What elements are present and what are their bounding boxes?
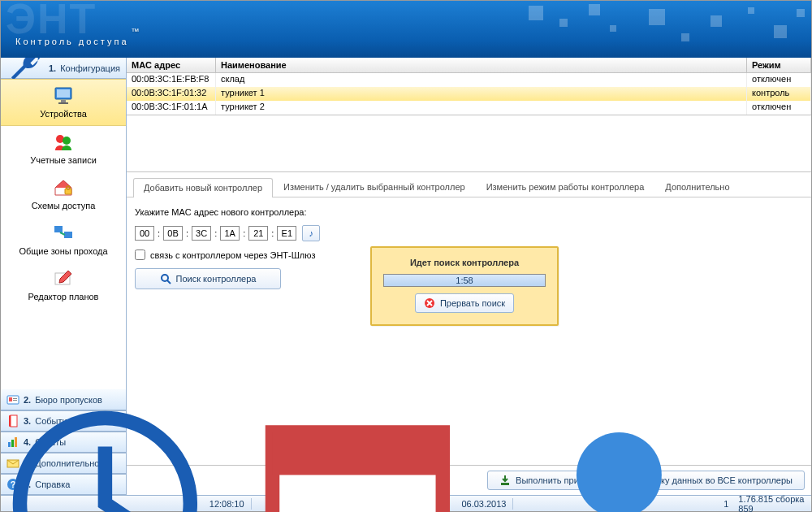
search-progress-dialog: Идет поиск контроллера 1:58 Прервать пои… bbox=[370, 246, 559, 326]
search-controller-button[interactable]: Поиск контроллера bbox=[135, 268, 281, 289]
svg-rect-8 bbox=[54, 226, 63, 232]
tab-add-controller[interactable]: Добавить новый контроллер bbox=[133, 178, 273, 197]
sidebar-item-label: Редактор планов bbox=[28, 292, 99, 302]
svg-point-5 bbox=[63, 137, 71, 145]
sidebar-item-zones[interactable]: Общие зоны прохода bbox=[1, 217, 126, 263]
svg-rect-26 bbox=[501, 483, 509, 485]
cancel-search-button[interactable]: Прервать поиск bbox=[415, 293, 514, 313]
sidebar-item-plans[interactable]: Редактор планов bbox=[1, 263, 126, 308]
status-users: 1 bbox=[723, 499, 728, 509]
dialog-title: Идет поиск контроллера bbox=[410, 258, 519, 267]
sidebar-item-schemes[interactable]: Схемы доступа bbox=[1, 171, 126, 217]
column-header-mode[interactable]: Режим bbox=[747, 58, 811, 73]
sidebar-section-label: Конфигурация bbox=[60, 63, 120, 73]
statusbar: 12:08:10 06.03.2013 1 1.76.815 сборка 85… bbox=[1, 495, 811, 511]
download-icon bbox=[499, 475, 511, 486]
sidebar-item-label: Устройства bbox=[40, 109, 87, 119]
mac-octet-4[interactable] bbox=[220, 226, 240, 241]
tab-change-mode[interactable]: Изменить режим работы контроллера bbox=[476, 177, 655, 197]
app-header: ЭНТ Контроль доступа™ bbox=[1, 1, 811, 58]
svg-line-24 bbox=[167, 280, 171, 284]
controllers-table: MAC адрес Наименование Режим 00:0B:3C:1E… bbox=[127, 58, 811, 115]
svg-rect-14 bbox=[13, 400, 17, 401]
mac-octet-1[interactable] bbox=[135, 226, 154, 241]
sidebar-section-config[interactable]: 1. Конфигурация bbox=[1, 58, 126, 79]
zones-icon bbox=[52, 223, 75, 243]
table-row[interactable]: 00:0B:3C:1F:01:32 турникет 1 контроль bbox=[127, 87, 811, 101]
table-empty-space bbox=[127, 115, 811, 172]
progress-text: 1:58 bbox=[456, 276, 473, 285]
sidebar-item-label: Учетные записи bbox=[30, 155, 97, 165]
mac-hint-label: Укажите MAC адрес нового контроллера: bbox=[135, 207, 803, 217]
magnifier-icon bbox=[160, 273, 171, 284]
cancel-icon bbox=[424, 297, 435, 309]
tab-extra[interactable]: Дополнительно bbox=[654, 177, 740, 197]
table-row[interactable]: 00:0B:3C:1E:FB:F8 склад отключен bbox=[127, 73, 811, 87]
tab-pane-add: Укажите MAC адрес нового контроллера: : … bbox=[127, 197, 811, 465]
svg-rect-9 bbox=[64, 232, 72, 238]
svg-rect-12 bbox=[9, 397, 12, 401]
mac-input-row: : : : : : ♪ bbox=[135, 225, 803, 241]
column-header-name[interactable]: Наименование bbox=[216, 58, 747, 73]
gateway-checkbox-label: связь с контроллером через ЭНТ-Шлюз bbox=[150, 250, 316, 260]
note-icon: ♪ bbox=[309, 228, 314, 238]
gateway-checkbox[interactable] bbox=[135, 249, 145, 260]
sidebar-item-label: Общие зоны прохода bbox=[19, 246, 107, 256]
svg-rect-1 bbox=[57, 89, 70, 98]
tab-edit-controller[interactable]: Изменить / удалить выбранный контроллер bbox=[273, 177, 476, 197]
mac-octet-3[interactable] bbox=[192, 226, 211, 241]
monitor-icon bbox=[52, 86, 75, 106]
progress-bar: 1:58 bbox=[383, 274, 546, 287]
mac-octet-5[interactable] bbox=[248, 226, 268, 241]
header-decor bbox=[470, 1, 811, 58]
svg-point-23 bbox=[162, 275, 168, 281]
mac-octet-6[interactable] bbox=[277, 226, 296, 241]
column-header-mac[interactable]: MAC адрес bbox=[127, 58, 216, 73]
users-icon bbox=[52, 132, 75, 152]
tabbar: Добавить новый контроллер Изменить / уда… bbox=[127, 172, 811, 197]
svg-rect-13 bbox=[13, 398, 17, 399]
sidebar-item-label: Схемы доступа bbox=[32, 201, 96, 210]
sidebar-section-label: Бюро пропусков bbox=[35, 395, 102, 405]
status-date: 06.03.2013 bbox=[461, 499, 506, 509]
brand-bg-text: ЭНТ bbox=[6, 1, 97, 43]
house-lock-icon bbox=[52, 178, 75, 197]
random-mac-button[interactable]: ♪ bbox=[302, 225, 320, 241]
mac-octet-2[interactable] bbox=[163, 226, 183, 241]
table-row[interactable]: 00:0B:3C:1F:01:1A турникет 2 отключен bbox=[127, 101, 811, 115]
svg-rect-3 bbox=[58, 102, 68, 104]
svg-rect-2 bbox=[61, 100, 66, 102]
sidebar-item-devices[interactable]: Устройства bbox=[1, 79, 126, 126]
status-time: 12:08:10 bbox=[209, 499, 244, 509]
sidebar-item-accounts[interactable]: Учетные записи bbox=[1, 126, 126, 171]
status-version: 1.76.815 сборка 859 bbox=[738, 494, 806, 513]
content-area: MAC адрес Наименование Режим 00:0B:3C:1E… bbox=[127, 58, 811, 495]
edit-plan-icon bbox=[52, 269, 75, 289]
